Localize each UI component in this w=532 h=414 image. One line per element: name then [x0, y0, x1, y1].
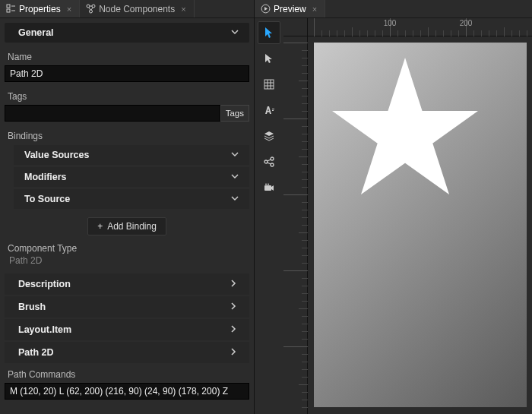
chevron-right-icon	[228, 347, 239, 359]
star-shape-svg	[314, 43, 496, 210]
svg-rect-11	[264, 80, 274, 89]
row-label: Brush	[18, 302, 46, 312]
svg-point-4	[87, 5, 90, 8]
chevron-down-icon	[230, 194, 240, 205]
section-general[interactable]: General	[5, 23, 249, 43]
accordion-layout-item[interactable]: Layout.Item	[5, 319, 249, 340]
properties-body: General Name Tags Tags Bindings Value So…	[0, 18, 254, 414]
star-path	[332, 58, 478, 194]
tab-label: Preview	[274, 4, 306, 14]
preview-panel: Preview ×	[255, 0, 532, 414]
tool-select[interactable]	[258, 47, 280, 70]
tool-interact[interactable]	[258, 21, 280, 44]
ruler-horizontal: 100200	[308, 18, 532, 36]
accordion-path-2d[interactable]: Path 2D	[5, 342, 249, 363]
svg-line-9	[91, 8, 93, 10]
tool-layers-icon[interactable]	[258, 125, 280, 147]
tool-table-icon[interactable]	[258, 73, 280, 96]
tool-share-icon[interactable]	[258, 150, 280, 173]
tool-text-icon[interactable]	[258, 99, 280, 122]
chevron-down-icon	[230, 150, 240, 161]
bindings-to-source[interactable]: To Source	[14, 189, 249, 209]
accordion-description[interactable]: Description	[5, 273, 249, 295]
name-label: Name	[0, 47, 254, 65]
tags-button-label: Tags	[226, 109, 244, 118]
node-components-icon	[86, 4, 96, 14]
preview-toolbar	[255, 18, 283, 414]
tab-node-components[interactable]: Node Components ×	[80, 0, 195, 17]
row-label: To Source	[24, 194, 70, 204]
row-label: Description	[18, 279, 71, 289]
svg-point-22	[265, 184, 267, 185]
play-icon	[261, 4, 271, 14]
tags-input[interactable]	[5, 105, 220, 122]
row-label: Modifiers	[24, 172, 67, 182]
ruler-corner	[283, 18, 308, 36]
component-type-value: Path 2D	[0, 255, 254, 272]
svg-line-20	[268, 163, 271, 164]
svg-line-19	[268, 160, 271, 161]
close-icon[interactable]: ×	[312, 5, 317, 14]
bindings-label: Bindings	[0, 126, 254, 143]
properties-icon	[6, 4, 16, 14]
properties-panel: Properties × Node Components × General N…	[0, 0, 255, 414]
path-commands-label: Path Commands	[0, 365, 254, 383]
tool-camera-icon[interactable]	[258, 176, 280, 199]
tags-label: Tags	[0, 87, 254, 105]
tab-label: Node Components	[99, 4, 175, 14]
chevron-down-icon	[230, 27, 240, 39]
svg-line-8	[89, 8, 90, 10]
svg-rect-0	[7, 5, 10, 8]
plus-icon: +	[97, 221, 103, 232]
preview-canvas[interactable]	[314, 43, 527, 407]
add-binding-button[interactable]: + Add Binding	[87, 217, 166, 235]
chevron-down-icon	[230, 172, 240, 183]
svg-point-23	[268, 184, 269, 185]
svg-point-18	[271, 163, 274, 166]
preview-canvas-area: 100200 100200300400	[283, 18, 532, 414]
path-commands-input[interactable]	[5, 383, 249, 400]
close-icon[interactable]: ×	[181, 5, 185, 14]
svg-point-16	[264, 160, 268, 163]
section-title: General	[18, 27, 54, 38]
svg-rect-21	[264, 185, 271, 191]
svg-point-6	[90, 10, 93, 13]
chevron-right-icon	[228, 302, 239, 313]
tab-label: Properties	[19, 4, 61, 14]
svg-point-5	[92, 5, 95, 8]
row-label: Value Sources	[24, 150, 89, 160]
bindings-value-sources[interactable]: Value Sources	[14, 145, 249, 165]
left-tabstrip: Properties × Node Components ×	[0, 0, 254, 18]
ruler-vertical: 100200300400	[283, 36, 308, 414]
row-label: Path 2D	[18, 347, 54, 358]
svg-rect-1	[7, 9, 10, 12]
tab-properties[interactable]: Properties ×	[0, 0, 80, 17]
tab-preview[interactable]: Preview ×	[255, 0, 325, 17]
svg-point-17	[271, 157, 274, 160]
name-input[interactable]	[5, 65, 249, 82]
right-tabstrip: Preview ×	[255, 0, 532, 18]
row-label: Layout.Item	[18, 324, 71, 335]
tags-button[interactable]: Tags	[220, 105, 249, 122]
add-binding-label: Add Binding	[107, 221, 157, 232]
bindings-modifiers[interactable]: Modifiers	[14, 167, 249, 187]
chevron-right-icon	[228, 279, 239, 290]
chevron-right-icon	[228, 324, 239, 336]
component-type-label: Component Type	[0, 240, 254, 255]
close-icon[interactable]: ×	[67, 5, 71, 14]
accordion-brush[interactable]: Brush	[5, 296, 249, 318]
